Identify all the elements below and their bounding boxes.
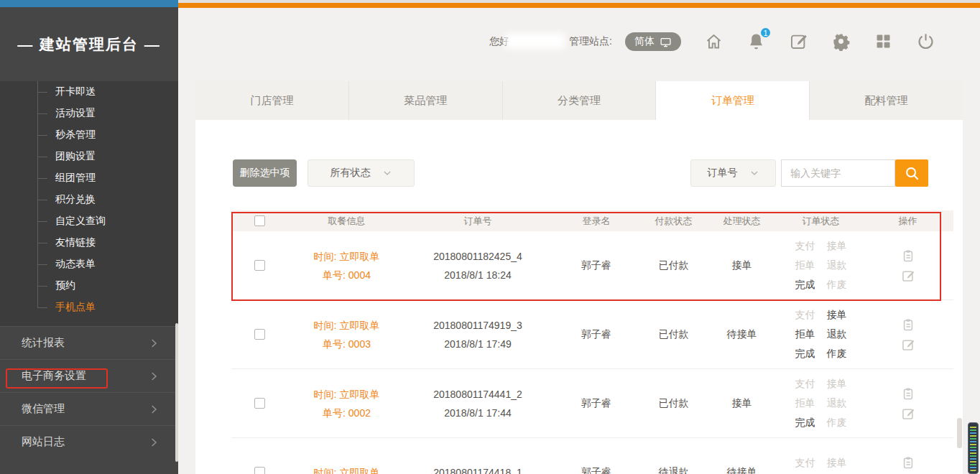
- order-status-link: 支付: [795, 236, 815, 256]
- select-all-checkbox[interactable]: [254, 215, 265, 226]
- order-status-link: 接单: [827, 236, 847, 256]
- search-button[interactable]: [895, 159, 928, 187]
- equalizer-widget[interactable]: [968, 422, 979, 474]
- sidebar-item-6[interactable]: 自定义查询: [0, 210, 178, 232]
- content-panel: 删除选中项 所有状态 订单号 取餐信息订单号登录名付款状态处理状态订单状态操作 …: [195, 120, 963, 474]
- column-header-6: 操作: [862, 215, 953, 228]
- bell-icon[interactable]: 1: [746, 31, 766, 51]
- sidebar-section-1[interactable]: 电子商务设置: [0, 359, 178, 392]
- sidebar-item-0[interactable]: 开卡即送: [0, 81, 178, 103]
- sidebar-item-2[interactable]: 秒杀管理: [0, 124, 178, 146]
- row-checkbox[interactable]: [254, 329, 265, 340]
- sidebar-item-8[interactable]: 动态表单: [0, 254, 178, 275]
- process-status: 接单: [704, 397, 780, 410]
- top-strip-blue: [0, 0, 178, 7]
- tab-2[interactable]: 分类管理: [503, 81, 657, 120]
- sidebar: — 建站管理后台 — 开卡即送活动设置秒杀管理团购设置组团管理积分兑换自定义查询…: [0, 7, 178, 474]
- language-button[interactable]: 简体: [625, 32, 681, 51]
- clipboard-icon[interactable]: [901, 455, 915, 470]
- sidebar-item-5[interactable]: 积分兑换: [0, 189, 178, 210]
- sidebar-item-1[interactable]: 活动设置: [0, 103, 178, 124]
- username-redacted: [505, 33, 565, 49]
- chevron-right-icon: [148, 338, 160, 349]
- order-status-link[interactable]: 拒单: [795, 325, 815, 344]
- pickup-time: 时间: 立即取单: [314, 247, 380, 266]
- order-time: 2018/8/1 17:49: [444, 335, 511, 353]
- order-status-link[interactable]: 作废: [827, 344, 847, 363]
- order-status-link[interactable]: 完成: [795, 344, 815, 363]
- clipboard-icon[interactable]: [901, 386, 915, 401]
- order-status-link[interactable]: 接单: [827, 305, 847, 325]
- table-row: 时间: 立即取单单号: 000220180801174441_22018/8/1…: [231, 369, 953, 438]
- edit-icon[interactable]: [788, 31, 808, 51]
- status-filter-dropdown[interactable]: 所有状态: [308, 159, 415, 187]
- login-name: 郭子睿: [550, 259, 643, 272]
- sidebar-item-7[interactable]: 友情链接: [0, 232, 178, 254]
- order-status-link[interactable]: 完成: [795, 275, 815, 294]
- search-field-dropdown[interactable]: 订单号: [690, 159, 776, 187]
- order-status-link[interactable]: 退款: [827, 325, 847, 344]
- order-status-link: 退款: [827, 256, 847, 275]
- column-header-1: 订单号: [406, 212, 550, 231]
- edit-row-icon[interactable]: [901, 269, 915, 283]
- clipboard-icon[interactable]: [901, 317, 915, 332]
- table-row: 时间: 立即取单20180801174418_1郭子睿待退款待接单支付接单拒单退…: [231, 438, 953, 474]
- edit-row-icon[interactable]: [901, 406, 915, 421]
- tab-4[interactable]: 配料管理: [810, 81, 963, 120]
- order-time: 2018/8/1 17:44: [444, 404, 511, 422]
- sidebar-item-4[interactable]: 组团管理: [0, 167, 178, 189]
- sidebar-item-3[interactable]: 团购设置: [0, 146, 178, 167]
- page-scrollbar-thumb[interactable]: [957, 418, 962, 448]
- sidebar-scrollbar[interactable]: [175, 323, 178, 462]
- equalizer-bars: [970, 425, 976, 471]
- payment-status: 已付款: [643, 328, 704, 341]
- pickup-time: 时间: 立即取单: [314, 316, 380, 335]
- table-header-row: 取餐信息订单号登录名付款状态处理状态订单状态操作: [231, 210, 953, 231]
- order-number: 20180801174418_1: [433, 463, 522, 474]
- home-icon[interactable]: [703, 31, 724, 51]
- clipboard-icon[interactable]: [901, 248, 915, 263]
- sidebar-section-label: 电子商务设置: [22, 369, 86, 383]
- apps-grid-icon[interactable]: [873, 31, 893, 51]
- column-header-5: 订单状态: [780, 215, 862, 228]
- sidebar-section-label: 统计报表: [22, 336, 65, 350]
- tab-0[interactable]: 门店管理: [195, 81, 349, 120]
- power-icon[interactable]: [915, 31, 935, 51]
- sidebar-section-3[interactable]: 网站日志: [0, 425, 178, 458]
- row-checkbox[interactable]: [254, 398, 265, 409]
- order-status-link[interactable]: 完成: [795, 413, 815, 432]
- order-number: 20180801182425_4: [433, 247, 522, 266]
- table-body: 时间: 立即取单单号: 000420180801182425_42018/8/1…: [231, 231, 953, 474]
- login-name: 郭子睿: [550, 328, 643, 341]
- order-status-link: 作废: [827, 275, 847, 294]
- sidebar-submenu: 开卡即送活动设置秒杀管理团购设置组团管理积分兑换自定义查询友情链接动态表单预约手…: [0, 81, 178, 318]
- delete-selected-button[interactable]: 删除选中项: [233, 159, 297, 187]
- order-status-link: 拒单: [795, 394, 815, 413]
- order-status-link: 支付: [795, 305, 815, 325]
- sidebar-item-9[interactable]: 预约: [0, 275, 178, 297]
- process-status: 待接单: [704, 466, 780, 474]
- top-strip-orange: [178, 3, 980, 8]
- order-status-link: 支付: [795, 453, 815, 473]
- gear-icon[interactable]: [831, 31, 851, 51]
- sidebar-section-2[interactable]: 微信管理: [0, 392, 178, 425]
- tab-3[interactable]: 订单管理: [656, 81, 810, 120]
- sidebar-item-10[interactable]: 手机点单: [0, 297, 178, 318]
- row-checkbox[interactable]: [254, 260, 265, 271]
- tab-bar: 门店管理菜品管理分类管理订单管理配料管理: [195, 81, 963, 120]
- order-status-link: 接单: [827, 453, 847, 473]
- sidebar-section-0[interactable]: 统计报表: [0, 326, 178, 359]
- edit-row-icon[interactable]: [901, 338, 915, 352]
- pickup-time: 时间: 立即取单: [314, 463, 380, 474]
- chevron-right-icon: [148, 371, 160, 382]
- admin-backend-page: — 建站管理后台 — 开卡即送活动设置秒杀管理团购设置组团管理积分兑换自定义查询…: [0, 0, 980, 474]
- row-checkbox[interactable]: [254, 467, 265, 474]
- table-row: 时间: 立即取单单号: 000320180801174919_32018/8/1…: [231, 300, 953, 369]
- payment-status: 待退款: [643, 466, 704, 474]
- app-title: — 建站管理后台 —: [0, 7, 178, 81]
- order-number: 20180801174441_2: [433, 385, 522, 404]
- order-time: 2018/8/1 18:24: [444, 266, 511, 284]
- tab-1[interactable]: 菜品管理: [349, 81, 503, 120]
- keyword-input[interactable]: [781, 159, 895, 187]
- login-name: 郭子睿: [550, 397, 643, 410]
